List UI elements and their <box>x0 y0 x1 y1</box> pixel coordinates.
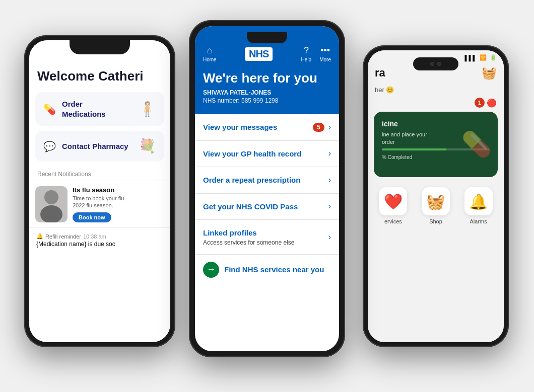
find-arrow-icon: → <box>203 262 219 278</box>
person-decoration: 🧍 <box>139 101 156 117</box>
contact-pharmacy-card[interactable]: 💬 Contact Pharmacy 💐 <box>35 131 164 162</box>
left-phone-screen: Welcome Catheri 💊 OrderMedications 🧍 💬 C… <box>29 40 170 342</box>
camera-sensor <box>430 62 434 66</box>
find-nhs-label: Find NHS services near you <box>224 265 324 274</box>
help-icon: ? <box>304 45 309 56</box>
flu-notification: Its flu season Time to book your flu2022… <box>29 181 170 227</box>
patient-name: SHIVAYA PATEL-JONES <box>203 89 331 96</box>
bell-icon: 🔔 <box>469 193 488 210</box>
basket-icon: 🧺 <box>482 66 497 80</box>
refill-text: {Medication name} is due soc <box>36 241 163 248</box>
order-medications-label: OrderMedications <box>62 99 106 119</box>
prescription-chevron: › <box>328 176 331 185</box>
basket-shop-icon: 🧺 <box>426 193 445 210</box>
more-icon: ••• <box>320 45 330 56</box>
refill-reminder: 🔔 Refill reminder 10:38 am {Medication n… <box>29 227 170 253</box>
basket-container[interactable]: 🧺 <box>482 66 497 80</box>
nhs-content: ⌂ Home NHS ? Help ••• More <box>195 26 339 351</box>
refill-time: 10:38 am <box>83 233 106 240</box>
menu-covid-pass[interactable]: Get your NHS COVID Pass › <box>195 194 339 220</box>
alert-icon: 🔴 <box>487 98 497 108</box>
phones-container: Welcome Catheri 💊 OrderMedications 🧍 💬 C… <box>0 0 534 392</box>
nhs-logo: NHS <box>245 47 273 61</box>
person-svg <box>35 186 68 222</box>
flu-title: Its flu season <box>73 186 164 194</box>
covid-pass-chevron: › <box>328 202 331 211</box>
contact-pharmacy-label: Contact Pharmacy <box>62 141 128 151</box>
flu-notification-body: Its flu season Time to book your flu2022… <box>73 186 164 222</box>
nhs-menu: View your messages 5 › View your GP heal… <box>195 114 339 351</box>
alarms-shortcut[interactable]: 🔔 Alarms <box>464 187 493 224</box>
home-icon: ⌂ <box>207 45 213 56</box>
pill-decoration: 💊 <box>461 130 492 159</box>
wifi-icon: 🛜 <box>480 54 487 61</box>
messages-badge: 5 <box>313 123 324 132</box>
progress-fill <box>382 148 446 150</box>
left-cards: 💊 OrderMedications 🧍 💬 Contact Pharmacy … <box>29 88 170 166</box>
left-phone-notch <box>70 40 130 54</box>
shop-icon-wrap: 🧺 <box>422 187 450 215</box>
services-shortcut[interactable]: ❤️ ervices <box>379 187 407 224</box>
book-now-button[interactable]: Book now <box>73 212 111 222</box>
nhs-nav: ⌂ Home NHS ? Help ••• More <box>203 45 331 62</box>
right-phone-screen: ▌▌▌ 🛜 🔋 ra 🧺 her 😊 1 🔴 <box>368 50 504 342</box>
medications-icon: 💊 <box>43 103 56 115</box>
linked-profiles-label: Linked profiles <box>203 228 328 238</box>
medicine-card-title: icine <box>382 120 490 128</box>
messages-chevron: › <box>328 123 331 132</box>
svg-point-1 <box>44 190 58 204</box>
right-phone: ▌▌▌ 🛜 🔋 ra 🧺 her 😊 1 🔴 <box>363 45 509 347</box>
app-title: ra <box>375 66 385 80</box>
signal-icon: ▌▌▌ <box>465 55 477 61</box>
heart-icon: ❤️ <box>384 193 403 210</box>
welcome-text: Welcome Catheri <box>29 60 170 88</box>
flower-decoration: 💐 <box>139 138 156 154</box>
battery-icon: 🔋 <box>490 54 497 61</box>
menu-gp-record[interactable]: View your GP health record › <box>195 141 339 168</box>
gp-record-chevron: › <box>328 149 331 158</box>
messages-label: View your messages <box>203 122 313 132</box>
alarms-label: Alarms <box>470 218 487 224</box>
nav-more[interactable]: ••• More <box>319 45 331 62</box>
alarms-icon-wrap: 🔔 <box>464 187 493 215</box>
gp-record-label: View your GP health record <box>203 149 328 159</box>
right-phone-content: ▌▌▌ 🛜 🔋 ra 🧺 her 😊 1 🔴 <box>368 50 504 342</box>
services-icon-wrap: ❤️ <box>379 187 407 215</box>
nav-home[interactable]: ⌂ Home <box>203 45 217 62</box>
notification-area: 1 🔴 <box>375 98 497 108</box>
greeting-text: her 😊 <box>368 84 504 98</box>
shop-shortcut[interactable]: 🧺 Shop <box>422 187 450 224</box>
medicine-card[interactable]: icine ine and place yourorder % Complete… <box>374 112 498 177</box>
shortcuts-grid: ❤️ ervices 🧺 Shop 🔔 Alarm <box>368 182 504 229</box>
camera-lens <box>437 62 441 66</box>
more-label: More <box>319 57 331 62</box>
chat-icon: 💬 <box>43 140 56 152</box>
center-phone: ⌂ Home NHS ? Help ••• More <box>189 20 345 357</box>
menu-linked-profiles[interactable]: Linked profiles Access services for some… <box>195 220 339 255</box>
flu-subtitle: Time to book your flu2022 flu season. <box>73 195 164 209</box>
left-phone-content: Welcome Catheri 💊 OrderMedications 🧍 💬 C… <box>29 40 170 342</box>
nhs-number: NHS number: 585 999 1298 <box>203 97 331 104</box>
menu-prescription[interactable]: Order a repeat prescription › <box>195 167 339 194</box>
covid-pass-label: Get your NHS COVID Pass <box>203 202 328 212</box>
left-phone: Welcome Catheri 💊 OrderMedications 🧍 💬 C… <box>24 35 175 347</box>
nav-help[interactable]: ? Help <box>301 45 312 62</box>
notification-count: 1 <box>475 98 485 108</box>
refill-icon: 🔔 <box>36 233 43 240</box>
nhs-header-title: We're here for you <box>203 70 331 86</box>
help-label: Help <box>301 57 312 62</box>
center-phone-notch <box>247 32 287 43</box>
home-label: Home <box>203 57 217 62</box>
flu-notification-image <box>35 186 68 222</box>
linked-profiles-chevron: › <box>328 232 331 242</box>
services-label: ervices <box>384 218 402 224</box>
shop-label: Shop <box>429 218 442 224</box>
prescription-label: Order a repeat prescription <box>203 175 328 185</box>
linked-profiles-sub: Access services for someone else <box>203 239 328 246</box>
order-medications-card[interactable]: 💊 OrderMedications 🧍 <box>35 92 164 126</box>
refill-label: Refill reminder <box>45 233 81 240</box>
menu-messages[interactable]: View your messages 5 › <box>195 114 339 141</box>
right-phone-notch <box>413 57 458 70</box>
find-nhs-services[interactable]: → Find NHS services near you <box>195 255 339 285</box>
notifications-label: Recent Notifications <box>29 166 170 181</box>
